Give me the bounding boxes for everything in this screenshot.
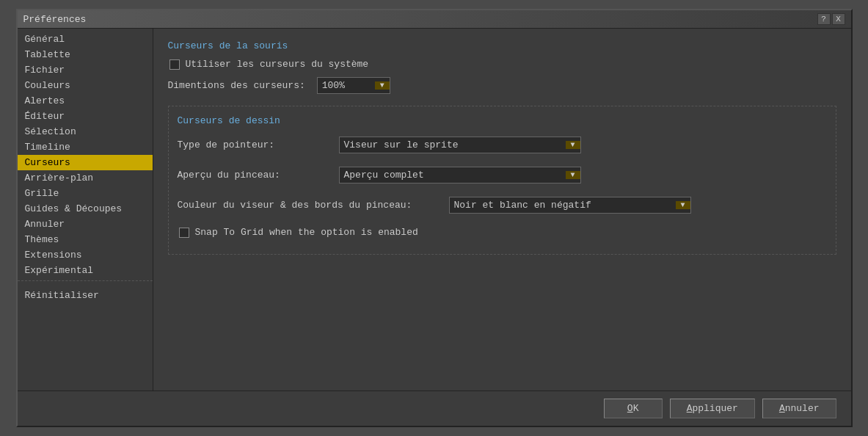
color-value: Noir et blanc en négatif: [454, 200, 591, 211]
sidebar-item-editeur[interactable]: Éditeur: [18, 109, 153, 124]
apply-button[interactable]: Appliquer: [670, 399, 755, 418]
dimensions-value: 100%: [322, 80, 345, 91]
main-panel: Curseurs de la souris Utiliser les curse…: [153, 29, 851, 390]
dimensions-dropdown-arrow: ▼: [375, 81, 390, 90]
title-bar-buttons: ? X: [817, 13, 845, 25]
color-label: Couleur du viseur & des bords du pinceau…: [178, 200, 449, 211]
brush-preview-value: Aperçu complet: [344, 170, 424, 181]
brush-preview-label: Aperçu du pinceau:: [178, 170, 339, 181]
sidebar-item-extensions[interactable]: Extensions: [18, 247, 153, 263]
color-row: Couleur du viseur & des bords du pinceau…: [178, 197, 827, 214]
dimensions-row: Dimentions des curseurs: 100% ▼: [168, 77, 836, 94]
pointer-type-row: Type de pointeur: Viseur sur le sprite ▼: [178, 137, 827, 153]
pointer-type-dropdown[interactable]: Viseur sur le sprite ▼: [339, 137, 581, 153]
snap-grid-checkbox[interactable]: [179, 228, 189, 238]
sidebar-item-tablette[interactable]: Tablette: [18, 47, 153, 62]
dialog-title: Préférences: [23, 14, 87, 25]
sidebar-item-arriere-plan[interactable]: Arrière-plan: [18, 170, 153, 186]
sidebar-item-experimental[interactable]: Expérimental: [18, 263, 153, 278]
preferences-dialog: Préférences ? X Général Tablette Fichier…: [16, 9, 853, 427]
sidebar-item-general[interactable]: Général: [18, 32, 153, 47]
cursors-dessin-title: Curseurs de dessin: [178, 115, 827, 126]
apply-label: Appliquer: [687, 403, 738, 414]
ok-label: OK: [627, 403, 639, 414]
pointer-type-arrow: ▼: [566, 141, 580, 149]
sidebar-item-alertes[interactable]: Alertes: [18, 93, 153, 109]
sidebar-item-selection[interactable]: Sélection: [18, 124, 153, 139]
sidebar-item-timeline[interactable]: Timeline: [18, 139, 153, 155]
dialog-content: Général Tablette Fichier Couleurs Alerte…: [18, 29, 851, 390]
snap-grid-label: Snap To Grid when the option is enabled: [195, 227, 418, 238]
dimensions-label: Dimentions des curseurs:: [168, 80, 305, 91]
sidebar-item-grille[interactable]: Grille: [18, 186, 153, 201]
cancel-label: Annuler: [779, 403, 820, 414]
dimensions-dropdown[interactable]: 100% ▼: [317, 77, 390, 94]
cursors-souris-title: Curseurs de la souris: [168, 40, 836, 51]
sidebar-item-annuler[interactable]: Annuler: [18, 217, 153, 232]
system-cursors-label: Utiliser les curseurs du système: [186, 59, 369, 70]
sidebar: Général Tablette Fichier Couleurs Alerte…: [18, 29, 153, 390]
sidebar-divider: [18, 280, 153, 281]
sidebar-item-guides-decoupes[interactable]: Guides & Découpes: [18, 201, 153, 217]
sidebar-item-couleurs[interactable]: Couleurs: [18, 78, 153, 93]
brush-preview-row: Aperçu du pinceau: Aperçu complet ▼: [178, 167, 827, 184]
system-cursors-row: Utiliser les curseurs du système: [169, 59, 836, 70]
cursors-dessin-section: Curseurs de dessin Type de pointeur: Vis…: [168, 106, 836, 255]
sidebar-item-curseurs[interactable]: Curseurs: [18, 155, 153, 170]
snap-grid-row: Snap To Grid when the option is enabled: [179, 227, 827, 238]
sidebar-item-reinitialiser[interactable]: Réinitialiser: [18, 288, 153, 303]
sidebar-item-themes[interactable]: Thèmes: [18, 232, 153, 247]
brush-preview-arrow: ▼: [566, 171, 580, 179]
footer: OK Appliquer Annuler: [18, 390, 851, 426]
cancel-button[interactable]: Annuler: [762, 399, 836, 418]
ok-button[interactable]: OK: [604, 399, 663, 418]
brush-preview-dropdown[interactable]: Aperçu complet ▼: [339, 167, 581, 184]
sidebar-item-fichier[interactable]: Fichier: [18, 62, 153, 78]
pointer-type-label: Type de pointeur:: [178, 139, 339, 150]
help-button[interactable]: ?: [817, 13, 831, 25]
pointer-type-value: Viseur sur le sprite: [344, 139, 459, 150]
system-cursors-checkbox[interactable]: [169, 59, 180, 70]
color-dropdown[interactable]: Noir et blanc en négatif ▼: [449, 197, 691, 214]
close-button[interactable]: X: [832, 13, 845, 25]
color-arrow: ▼: [676, 201, 690, 209]
title-bar: Préférences ? X: [18, 10, 851, 29]
